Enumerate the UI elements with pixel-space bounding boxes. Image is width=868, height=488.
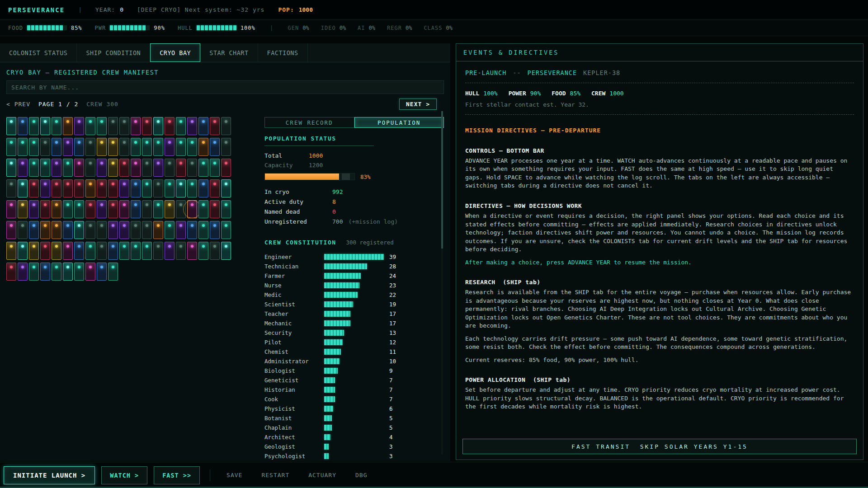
cryo-pod[interactable] <box>131 159 141 177</box>
cryo-pod[interactable] <box>74 242 84 260</box>
cryo-pod[interactable] <box>18 221 28 239</box>
cryo-pod[interactable] <box>40 200 50 218</box>
cryo-pod[interactable] <box>97 179 107 197</box>
cryo-pod[interactable] <box>6 263 16 281</box>
cryo-pod[interactable] <box>52 263 61 281</box>
cryo-pod[interactable] <box>18 179 28 197</box>
cryo-pod[interactable] <box>210 159 220 177</box>
cryo-pod[interactable] <box>210 200 220 218</box>
cryo-pod[interactable] <box>108 179 118 197</box>
scrollbar-thumb[interactable] <box>441 111 443 249</box>
cryo-pod[interactable] <box>187 179 197 197</box>
cryo-pod[interactable] <box>63 263 73 281</box>
crew-record-tab[interactable]: CREW RECORD <box>264 117 354 128</box>
cryo-pod[interactable] <box>142 179 152 197</box>
cryo-pod[interactable] <box>119 200 129 218</box>
cryo-pod[interactable] <box>97 159 107 177</box>
cryo-pod[interactable] <box>108 117 118 135</box>
cryo-pod[interactable] <box>63 159 73 177</box>
cryo-pod[interactable] <box>52 159 61 177</box>
cryo-pod[interactable] <box>165 221 175 239</box>
cryo-pod[interactable] <box>29 263 39 281</box>
cryo-pod[interactable] <box>142 138 152 156</box>
fast-transit-button[interactable]: FAST TRANSIT SKIP SOLAR YEARS Y1-15 <box>462 439 857 454</box>
cryo-pod[interactable] <box>108 242 118 260</box>
cryo-pod[interactable] <box>74 159 84 177</box>
cryo-pod[interactable] <box>29 159 39 177</box>
cryo-pod[interactable] <box>176 159 186 177</box>
cryo-pod[interactable] <box>85 179 95 197</box>
cryo-pod[interactable] <box>187 117 197 135</box>
cryo-pod[interactable] <box>40 159 50 177</box>
cryo-pod[interactable] <box>119 138 129 156</box>
cryo-pod[interactable] <box>153 200 163 218</box>
cryo-pod[interactable] <box>221 179 231 197</box>
cryo-pod[interactable] <box>18 242 28 260</box>
cryo-pod[interactable] <box>97 221 107 239</box>
cryo-pod[interactable] <box>29 179 39 197</box>
cryo-pod[interactable] <box>6 138 16 156</box>
cryo-pod[interactable] <box>29 221 39 239</box>
cryo-pod[interactable] <box>40 138 50 156</box>
cryo-pod[interactable] <box>153 138 163 156</box>
cryo-pod[interactable] <box>119 221 129 239</box>
search-input[interactable] <box>6 80 444 94</box>
cryo-pod[interactable] <box>119 242 129 260</box>
cryo-pod[interactable] <box>210 179 220 197</box>
cryo-pod[interactable] <box>165 159 175 177</box>
cryo-pod[interactable] <box>119 117 129 135</box>
cryo-pod[interactable] <box>153 117 163 135</box>
cryo-pod[interactable] <box>131 200 141 218</box>
cryo-pod[interactable] <box>40 242 50 260</box>
cryo-pod[interactable] <box>29 200 39 218</box>
cryo-pod[interactable] <box>85 263 95 281</box>
cryo-pod[interactable] <box>74 263 84 281</box>
cryo-pod[interactable] <box>142 221 152 239</box>
cryo-pod[interactable] <box>131 179 141 197</box>
cryo-pod[interactable] <box>52 179 61 197</box>
dbg-button[interactable]: DBG <box>349 466 373 484</box>
cryo-pod[interactable] <box>176 117 186 135</box>
cryo-pod[interactable] <box>131 221 141 239</box>
cryo-pod[interactable] <box>40 221 50 239</box>
cryo-pod[interactable] <box>63 138 73 156</box>
cryo-pod[interactable] <box>52 221 61 239</box>
cryo-pod[interactable] <box>210 242 220 260</box>
cryo-pod[interactable] <box>6 117 16 135</box>
cryo-pod[interactable] <box>6 221 16 239</box>
tab-factions[interactable]: FACTIONS <box>258 43 308 62</box>
cryo-pod[interactable] <box>97 138 107 156</box>
cryo-pod[interactable] <box>85 200 95 218</box>
cryo-pod[interactable] <box>18 117 28 135</box>
tab-star-chart[interactable]: STAR CHART <box>200 43 258 62</box>
cryo-pod[interactable] <box>108 159 118 177</box>
cryo-pod[interactable] <box>176 179 186 197</box>
cryo-pod[interactable] <box>74 138 84 156</box>
cryo-pod[interactable] <box>187 159 197 177</box>
manifest-scrollbar[interactable] <box>441 111 443 455</box>
cryo-pod[interactable] <box>142 242 152 260</box>
cryo-pod[interactable] <box>74 117 84 135</box>
cryo-pod[interactable] <box>52 242 61 260</box>
cryo-pod[interactable] <box>176 242 186 260</box>
cryo-pod[interactable] <box>119 159 129 177</box>
cryo-pod[interactable] <box>187 242 197 260</box>
cryo-pod[interactable] <box>29 117 39 135</box>
cryo-pod[interactable] <box>52 117 61 135</box>
restart-button[interactable]: RESTART <box>255 466 296 484</box>
cryo-pod[interactable] <box>85 117 95 135</box>
cryo-pod[interactable] <box>18 200 28 218</box>
cryo-pod[interactable] <box>74 200 84 218</box>
cryo-pod[interactable] <box>52 138 61 156</box>
cryo-pod[interactable] <box>198 159 208 177</box>
cryo-pod[interactable] <box>85 159 95 177</box>
cryo-pod[interactable] <box>29 242 39 260</box>
cryo-pod[interactable] <box>74 221 84 239</box>
cryo-pod[interactable] <box>108 221 118 239</box>
cryo-pod[interactable] <box>131 117 141 135</box>
cryo-pod[interactable] <box>198 117 208 135</box>
cryo-pod[interactable] <box>40 263 50 281</box>
cryo-pod[interactable] <box>198 138 208 156</box>
cryo-pod[interactable] <box>85 138 95 156</box>
cryo-pod[interactable] <box>6 179 16 197</box>
